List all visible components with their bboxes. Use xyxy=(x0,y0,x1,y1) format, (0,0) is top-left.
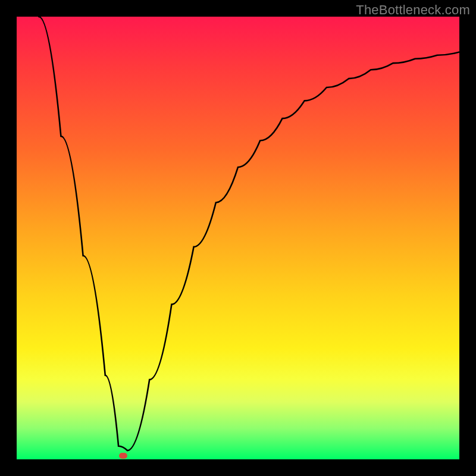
watermark-text: TheBottleneck.com xyxy=(356,2,470,18)
chart-frame: TheBottleneck.com xyxy=(0,0,476,476)
min-marker xyxy=(119,453,127,459)
plot-area xyxy=(17,17,459,459)
bottleneck-curve xyxy=(39,17,459,450)
curve-svg xyxy=(17,17,459,459)
